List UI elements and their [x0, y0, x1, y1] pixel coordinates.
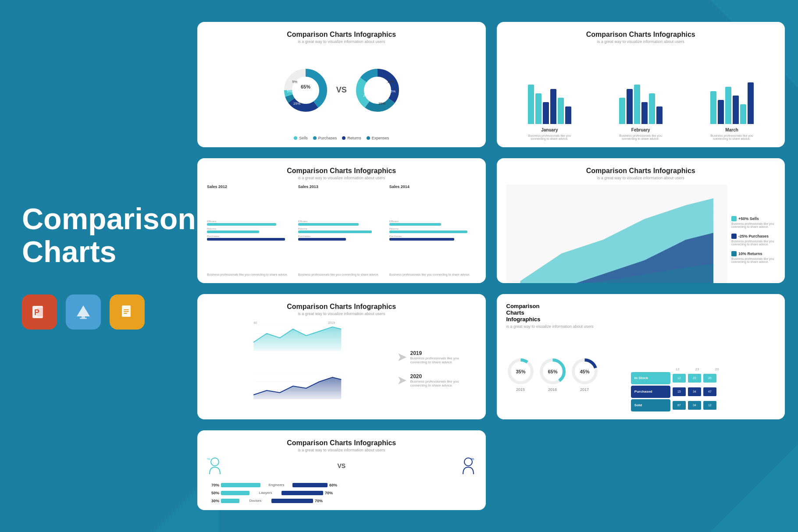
svg-text:%: %: [207, 457, 210, 461]
svg-text:25%: 25%: [388, 89, 395, 93]
card-donut: Comparison Charts Infographics is a grea…: [197, 22, 486, 147]
bar-months: January Business professionals like you …: [506, 48, 776, 140]
march-desc: Business professionals like you connecti…: [705, 134, 758, 140]
table-sold: Sold 87 34 12: [631, 399, 775, 411]
sales2014-desc: Business professionals like you connecti…: [389, 273, 476, 276]
hbar-group-2012: Efficient Returns Purchases: [207, 191, 294, 271]
card-area: Comparison Charts Infographics is a grea…: [497, 158, 785, 284]
svg-text:35%: 35%: [516, 369, 525, 374]
keynote-icon: [66, 294, 101, 330]
card5-subtitle: is a great way to visualize information …: [207, 312, 476, 316]
sales-2012: Sales 2012 Efficient Returns Purchases B…: [207, 184, 294, 277]
person-icon-left: %: [207, 457, 223, 479]
month-february: February Business professionals like you…: [597, 80, 684, 140]
sales-2013: Sales 2013 Efficient Returns Purchases B…: [298, 184, 385, 277]
card-line: Comparison Charts Infographics is a grea…: [197, 294, 486, 419]
month-march: March Business professionals like you co…: [688, 80, 775, 140]
svg-marker-49: [253, 377, 341, 399]
svg-text:5%: 5%: [287, 89, 292, 93]
line-charts: 40 2019: [207, 320, 388, 412]
svg-rect-2: [37, 308, 44, 316]
svg-marker-10: [131, 305, 133, 308]
line-svg-2019: 40 2019: [207, 320, 388, 351]
doctors-row: 30% Doctors 70%: [207, 499, 476, 503]
svg-text:65%: 65%: [301, 84, 310, 89]
svg-rect-9: [124, 313, 127, 314]
card1-subtitle: is a great way to visualize information …: [207, 39, 476, 44]
line-chart-2020: [207, 369, 388, 412]
doctors-label: Doctors: [241, 499, 270, 503]
january-label: January: [541, 128, 558, 132]
legend-sells: Sells: [299, 136, 308, 140]
area-chart-container: 2012 2014 2016 2018 2020 +50% Sells Busi…: [506, 184, 776, 284]
engineers-label: Engineers: [262, 483, 291, 487]
svg-text:35%: 35%: [378, 102, 385, 106]
svg-text:25%: 25%: [293, 102, 300, 106]
march-bars: [710, 80, 754, 124]
sales2014-title: Sales 2014: [389, 184, 476, 189]
sales2013-title: Sales 2013: [298, 184, 385, 189]
sales-2014: Sales 2014 Efficient Returns Purchases B…: [389, 184, 476, 277]
card3-title: Comparison Charts Infographics: [207, 167, 476, 175]
progress-2016: 65% 2016: [538, 357, 567, 392]
february-label: February: [631, 128, 650, 132]
lawyers-right-pct: 70%: [325, 491, 337, 495]
card7-subtitle: is a great way to visualize information …: [207, 448, 476, 452]
vs-label: VS: [337, 462, 346, 469]
progress-2017: 45% 2017: [570, 357, 599, 392]
lawyers-left-pct: 50%: [207, 491, 219, 495]
january-bars: [528, 80, 571, 124]
gdocs-icon: [110, 294, 145, 330]
card2-subtitle: is a great way to visualize information …: [506, 39, 776, 44]
area-legend: +50% Sells Business professionals like y…: [731, 184, 775, 284]
donut2: 15% 25% 35% 25%: [353, 66, 402, 114]
donut-section: 65% 5% 5% 25% VS 15% 25%: [207, 48, 476, 132]
svg-text:40: 40: [253, 321, 257, 324]
progress-2015: 35% 2015: [506, 357, 535, 392]
svg-text:65%: 65%: [548, 369, 557, 374]
legend-returns: Returns: [347, 136, 361, 140]
hbar-group-2013: Efficient Returns Purchases: [298, 191, 385, 271]
year-2019-desc: Business professionals like you connecti…: [410, 356, 476, 364]
legend-row: Sells Purchases Returns Expenses: [207, 136, 476, 140]
lawyers-row: 50% Lawyers 70%: [207, 491, 476, 495]
main-title: Comparison Charts: [22, 202, 196, 268]
area-chart-svg: 2012 2014 2016 2018 2020: [506, 184, 727, 284]
powerpoint-icon: P: [22, 294, 57, 330]
legend-sells: +50% Sells Business professionals like y…: [731, 216, 775, 228]
card4-subtitle: is a great way to visualize information …: [506, 176, 776, 180]
february-bars: [619, 80, 663, 124]
sales2013-desc: Business professionals like you connecti…: [298, 273, 385, 276]
line-chart-2019: 40 2019: [207, 320, 388, 364]
card-comparison: Comparison Charts Infographics is a grea…: [197, 430, 486, 510]
card-grouped-bars: Comparison Charts Infographics is a grea…: [497, 22, 785, 147]
lawyers-label: Lawyers: [251, 491, 280, 495]
january-desc: Business professionals like you connecti…: [523, 134, 576, 140]
february-desc: Business professionals like you connecti…: [614, 134, 667, 140]
cards-grid: Comparison Charts Infographics is a grea…: [197, 22, 785, 510]
table-in-stock: In Stock 12 23 20: [631, 372, 775, 384]
svg-marker-43: [253, 327, 341, 351]
sales2012-title: Sales 2012: [207, 184, 294, 189]
svg-text:25%: 25%: [363, 94, 370, 98]
engineers-right-pct: 60%: [329, 483, 342, 487]
card5-title: Comparison Charts Infographics: [207, 303, 476, 311]
card6-title: ComparisonChartsInfographics: [506, 303, 627, 323]
doctors-left-pct: 30%: [207, 499, 219, 503]
legend-purchases: Purchases: [318, 136, 337, 140]
sales-sections: Sales 2012 Efficient Returns Purchases B…: [207, 184, 476, 277]
legend-purchases: -25% Purchases Business professionals li…: [731, 234, 775, 246]
vs-text: VS: [336, 85, 347, 95]
card-hbars: Comparison Charts Infographics is a grea…: [197, 158, 486, 284]
card2-title: Comparison Charts Infographics: [506, 31, 776, 39]
legend-expenses: Expenses: [372, 136, 389, 140]
table-section: 12 23 20 In Stock 12 23 20 Purchased: [631, 367, 775, 412]
engineers-row: 70% Engineers 60%: [207, 483, 476, 487]
comparison-section: % VS % 70% Engineers 60%: [207, 457, 476, 503]
line-chart-section: 40 2019: [207, 320, 476, 412]
svg-point-59: [211, 458, 219, 466]
doctors-right-pct: 70%: [315, 499, 327, 503]
card6-subtitle: is a great way to visualize information …: [506, 324, 627, 329]
hbar-group-2014: Efficient Returns Purchases: [389, 191, 476, 271]
svg-text:5%: 5%: [292, 80, 297, 84]
